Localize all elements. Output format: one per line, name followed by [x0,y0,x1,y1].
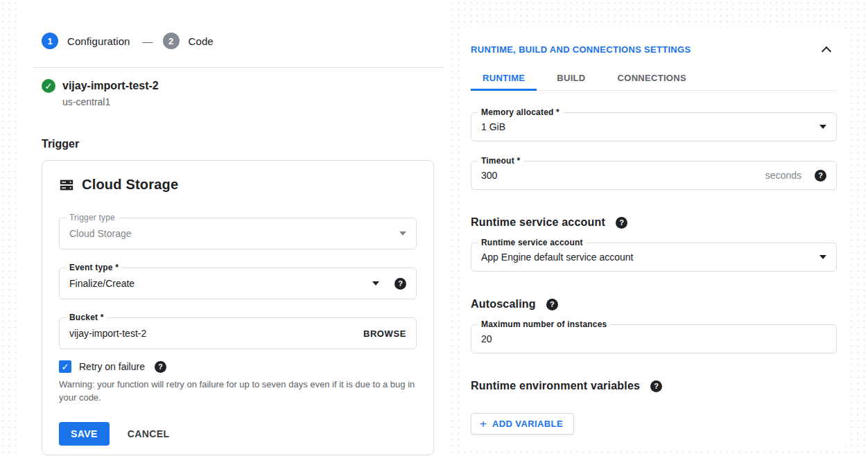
save-button[interactable]: SAVE [59,422,110,446]
event-type-help-icon[interactable]: ? [394,278,406,290]
step-2-circle[interactable]: 2 [163,33,180,49]
bucket-input[interactable]: vijay-import-test-2 [69,328,363,339]
event-type-select[interactable]: Event type * Finalize/Create ? [59,268,417,299]
runtime-service-account-value: App Engine default service account [481,252,819,263]
env-vars-section: Runtime environment variables ? [471,380,837,392]
trigger-card-title: Cloud Storage [82,177,178,193]
function-name: vijay-import-test-2 [62,80,159,92]
memory-allocated-value: 1 GiB [481,121,819,132]
runtime-service-account-label: Runtime service account [478,238,587,247]
cloud-storage-icon [59,177,74,193]
memory-allocated-label: Memory allocated * [478,107,563,117]
trigger-card: Cloud Storage Trigger type Cloud Storage… [42,160,434,455]
env-vars-heading: Runtime environment variables [471,380,640,392]
browse-button[interactable]: BROWSE [363,328,406,339]
trigger-section-title: Trigger [42,138,435,150]
timeout-suffix: seconds [765,170,801,181]
max-instances-field[interactable]: Maximum number of instances 20 [471,324,837,353]
retry-help-icon[interactable]: ? [155,361,166,373]
success-check-icon: ✓ [42,79,55,93]
memory-allocated-select[interactable]: Memory allocated * 1 GiB [471,112,837,141]
bucket-label: Bucket * [66,313,107,322]
plus-icon: + [480,419,487,429]
tab-connections[interactable]: CONNECTIONS [606,65,698,91]
retry-row: ✓ Retry on failure ? [59,360,417,373]
settings-tabs: RUNTIME BUILD CONNECTIONS [471,65,837,91]
env-vars-help-icon[interactable]: ? [650,380,662,392]
caret-down-icon [399,231,406,236]
event-type-value: Finalize/Create [69,278,372,289]
step-1-circle[interactable]: 1 [42,33,58,49]
caret-down-icon[interactable] [819,255,826,259]
timeout-input[interactable]: 300 [481,170,765,181]
tab-build[interactable]: BUILD [545,65,597,91]
runtime-settings-panel: RUNTIME, BUILD AND CONNECTIONS SETTINGS … [460,28,848,447]
function-header: ✓ vijay-import-test-2 [42,79,435,93]
settings-header: RUNTIME, BUILD AND CONNECTIONS SETTINGS [471,28,837,55]
timeout-label: Timeout * [478,156,523,166]
retry-checkbox[interactable]: ✓ [59,360,71,373]
tab-runtime[interactable]: RUNTIME [471,65,537,91]
retry-warning-text: Warning: your function will retry on fai… [59,378,417,404]
stepper-separator: — [143,35,153,47]
trigger-type-value: Cloud Storage [69,228,399,239]
timeout-field[interactable]: Timeout * 300 seconds ? [471,161,837,190]
step-2-label[interactable]: Code [189,35,214,47]
caret-down-icon[interactable] [819,125,826,129]
stepper-divider [33,67,444,68]
runtime-service-account-section: Runtime service account ? [471,216,837,229]
settings-header-title[interactable]: RUNTIME, BUILD AND CONNECTIONS SETTINGS [471,44,691,55]
trigger-type-label: Trigger type [66,213,119,222]
max-instances-label: Maximum number of instances [478,319,610,329]
trigger-card-header: Cloud Storage [59,177,417,193]
runtime-service-account-select[interactable]: Runtime service account App Engine defau… [471,243,837,272]
add-variable-label: ADD VARIABLE [492,419,563,429]
collapse-chevron-up-icon[interactable] [822,46,831,55]
retry-label: Retry on failure [79,361,145,372]
trigger-type-select: Trigger type Cloud Storage [59,218,417,249]
stepper: 1 Configuration — 2 Code [42,33,435,49]
autoscaling-help-icon[interactable]: ? [546,299,558,310]
caret-down-icon[interactable] [372,281,379,286]
timeout-help-icon[interactable]: ? [815,170,826,182]
runtime-service-account-heading: Runtime service account [471,216,605,229]
function-region: us-central1 [62,96,435,107]
autoscaling-heading: Autoscaling [471,298,536,310]
max-instances-input[interactable]: 20 [481,333,826,344]
runtime-service-account-help-icon[interactable]: ? [616,217,627,229]
bucket-field[interactable]: Bucket * vijay-import-test-2 BROWSE [59,317,417,349]
action-buttons: SAVE CANCEL [59,422,417,446]
autoscaling-section: Autoscaling ? [471,298,837,310]
add-variable-button[interactable]: + ADD VARIABLE [471,413,574,435]
configuration-panel: 1 Configuration — 2 Code ✓ vijay-import-… [21,0,449,456]
step-1-label[interactable]: Configuration [67,35,130,47]
cancel-button[interactable]: CANCEL [128,428,170,439]
event-type-label: Event type * [66,263,122,272]
